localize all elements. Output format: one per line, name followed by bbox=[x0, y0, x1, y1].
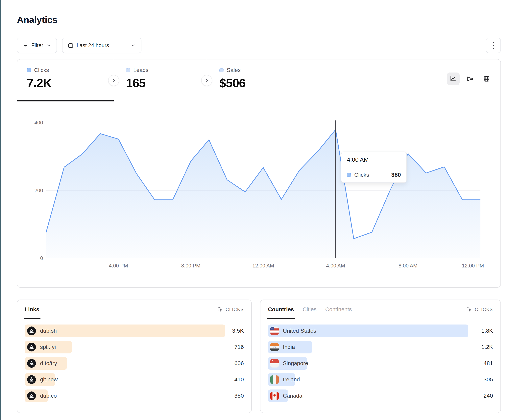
chart-view-switcher bbox=[447, 72, 493, 85]
dub-logo-icon bbox=[27, 343, 36, 351]
row-value: 350 bbox=[234, 392, 244, 399]
table-view-button[interactable] bbox=[480, 72, 493, 85]
country-row[interactable]: India1.2K bbox=[268, 341, 493, 354]
row-value: 481 bbox=[483, 360, 493, 367]
funnel-icon bbox=[466, 75, 473, 82]
tab-clicks[interactable]: Clicks 7.2K bbox=[17, 59, 114, 101]
country-row[interactable]: Singapore481 bbox=[268, 357, 493, 370]
chevron-right-icon bbox=[111, 78, 116, 83]
dub-logo-icon bbox=[27, 391, 36, 400]
flag-ie-icon bbox=[270, 376, 279, 384]
countries-sort-metric[interactable]: CLICKS bbox=[466, 306, 493, 312]
expand-sales-button[interactable] bbox=[201, 75, 212, 86]
row-label: dub.sh bbox=[40, 328, 57, 334]
links-list: dub.sh3.5Kspti.fyi716d.to/try606git.new4… bbox=[25, 325, 244, 402]
row-value: 240 bbox=[483, 392, 493, 399]
chart-tooltip: 4:00 AM Clicks 380 bbox=[341, 152, 407, 183]
row-value: 410 bbox=[234, 376, 244, 383]
page-title: Analytics bbox=[17, 14, 57, 25]
row-label: Canada bbox=[283, 393, 302, 399]
leads-legend-square bbox=[126, 68, 130, 72]
page-edge-accent bbox=[0, 0, 1, 420]
flag-sg-icon bbox=[270, 359, 279, 368]
x-axis-tick: 4:00 AM bbox=[318, 263, 353, 269]
sales-label: Sales bbox=[227, 67, 241, 73]
x-axis-tick: 8:00 PM bbox=[173, 263, 209, 269]
flag-in-icon bbox=[270, 343, 279, 351]
tooltip-legend-square bbox=[347, 173, 351, 177]
filter-icon bbox=[22, 42, 28, 48]
clicks-over-time-chart[interactable]: 4:00 AM Clicks 380 40020004:00 PM8:00 PM… bbox=[17, 101, 501, 287]
tab-cities[interactable]: Cities bbox=[303, 300, 317, 319]
dots-vertical-icon bbox=[493, 42, 494, 43]
line-chart-icon bbox=[450, 75, 457, 82]
row-label: d.to/try bbox=[40, 360, 57, 367]
dub-logo-icon bbox=[27, 326, 36, 335]
row-value: 1.8K bbox=[481, 327, 493, 334]
more-menu-button[interactable] bbox=[486, 38, 501, 53]
grid-icon bbox=[483, 75, 490, 82]
link-row[interactable]: dub.co350 bbox=[25, 390, 244, 402]
link-row[interactable]: git.new410 bbox=[25, 373, 244, 386]
area-chart-canvas[interactable] bbox=[46, 119, 480, 258]
clicks-legend-square bbox=[27, 68, 31, 72]
filter-button[interactable]: Filter bbox=[17, 38, 57, 53]
countries-list: United States1.8KIndia1.2KSingapore481Ir… bbox=[268, 325, 493, 402]
tab-countries[interactable]: Countries bbox=[268, 300, 294, 319]
country-row[interactable]: United States1.8K bbox=[268, 325, 493, 337]
tab-links[interactable]: Links bbox=[25, 300, 39, 319]
row-label: Singapore bbox=[283, 360, 308, 367]
links-panel-header: Links CLICKS bbox=[17, 300, 251, 319]
expand-leads-button[interactable] bbox=[108, 75, 119, 86]
clicks-value: 7.2K bbox=[27, 76, 114, 90]
analytics-card: Clicks 7.2K Leads 165 bbox=[17, 59, 501, 288]
row-label: Ireland bbox=[283, 377, 300, 383]
y-axis-tick: 400 bbox=[26, 120, 43, 126]
sales-value: $506 bbox=[219, 76, 318, 90]
links-sort-metric[interactable]: CLICKS bbox=[217, 306, 244, 312]
link-row[interactable]: spti.fyi716 bbox=[25, 341, 244, 354]
cursor-click-icon bbox=[466, 306, 472, 312]
country-row[interactable]: Ireland305 bbox=[268, 373, 493, 386]
row-label: United States bbox=[283, 328, 316, 334]
y-axis-tick: 0 bbox=[26, 255, 43, 261]
country-row[interactable]: Canada240 bbox=[268, 390, 493, 402]
tooltip-time: 4:00 AM bbox=[341, 152, 406, 167]
calendar-icon bbox=[68, 42, 74, 48]
clicks-label: Clicks bbox=[34, 67, 49, 73]
row-value: 1.2K bbox=[481, 344, 493, 350]
dub-logo-icon bbox=[27, 359, 36, 368]
x-axis-tick: 12:00 AM bbox=[245, 263, 281, 269]
metric-tabs: Clicks 7.2K Leads 165 bbox=[17, 59, 501, 101]
tab-sales[interactable]: Sales $506 bbox=[207, 59, 318, 101]
chevron-down-icon bbox=[46, 43, 51, 48]
line-chart-view-button[interactable] bbox=[447, 72, 460, 85]
countries-panel: Countries Cities Continents CLICKS Unite… bbox=[260, 300, 501, 413]
toolbar: Filter Last 24 hours bbox=[17, 38, 501, 53]
sales-legend-square bbox=[219, 68, 224, 72]
links-panel: Links CLICKS dub.sh3.5Kspti.fyi716d.to/t… bbox=[17, 300, 252, 413]
row-value: 606 bbox=[234, 360, 244, 367]
row-label: git.new bbox=[40, 377, 58, 383]
y-axis-tick: 200 bbox=[26, 188, 43, 194]
tab-continents[interactable]: Continents bbox=[325, 300, 352, 319]
x-axis-tick: 12:00 PM bbox=[455, 263, 491, 269]
date-range-button[interactable]: Last 24 hours bbox=[62, 38, 142, 53]
link-row[interactable]: d.to/try606 bbox=[25, 357, 244, 370]
chevron-down-icon bbox=[131, 43, 136, 48]
chevron-right-icon bbox=[204, 78, 209, 83]
tab-leads[interactable]: Leads 165 bbox=[114, 59, 207, 101]
date-range-label: Last 24 hours bbox=[77, 42, 109, 49]
funnel-view-button[interactable] bbox=[463, 72, 476, 85]
leads-value: 165 bbox=[126, 76, 207, 90]
countries-panel-header: Countries Cities Continents CLICKS bbox=[261, 300, 501, 319]
row-value: 716 bbox=[234, 344, 244, 350]
tooltip-series-label: Clicks bbox=[354, 172, 369, 178]
tooltip-value: 380 bbox=[391, 172, 401, 178]
link-row[interactable]: dub.sh3.5K bbox=[25, 325, 244, 337]
x-axis-tick: 4:00 PM bbox=[101, 263, 136, 269]
flag-ca-icon bbox=[270, 392, 279, 400]
dub-logo-icon bbox=[27, 375, 36, 384]
row-label: spti.fyi bbox=[40, 344, 56, 350]
row-value: 305 bbox=[483, 376, 493, 383]
